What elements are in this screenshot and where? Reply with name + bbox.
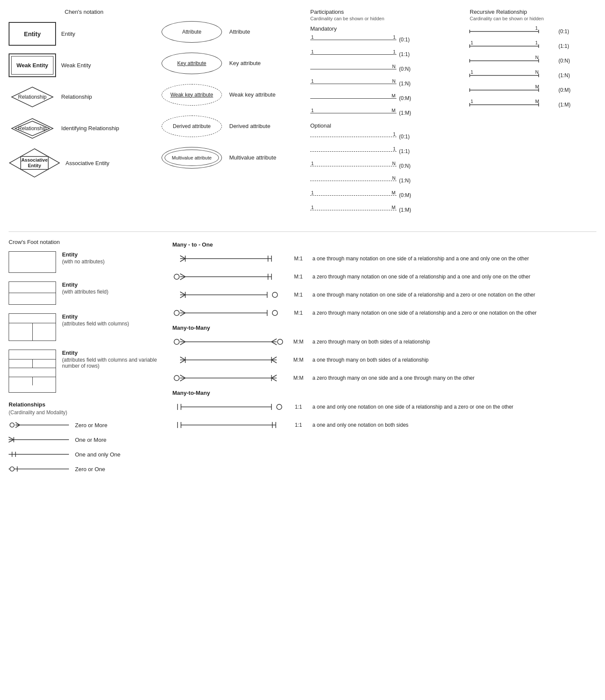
identifying-desc: Identifying Relationship	[61, 125, 119, 131]
opt-left-5: 1	[311, 205, 314, 210]
cf-entity-row-2: Entity (attributes field with columns)	[9, 313, 164, 341]
opt-dashed-3	[310, 181, 396, 181]
opt-right-3: N	[392, 175, 396, 181]
rel-one-only-line	[9, 449, 69, 459]
mand-row-0: 1 1 (0:1)	[310, 34, 465, 46]
svg-point-107	[277, 404, 282, 409]
cf-m1-line-0	[172, 252, 284, 265]
opt-right-0: 1	[393, 131, 396, 137]
rec-line-0: 1	[470, 25, 556, 38]
assoc-entity-svg: Associative Entity	[9, 148, 60, 178]
cf-cell-2-0	[9, 323, 33, 332]
svg-text:M: M	[535, 84, 539, 89]
cf-entity-sublabel-3: (attributes field with columns and varia…	[62, 357, 164, 369]
entity-shape: Entity	[9, 22, 56, 46]
rec-svg-3: 1 N	[470, 69, 556, 81]
opt-notation-0: (0:1)	[399, 134, 418, 140]
svg-point-57	[174, 274, 179, 279]
key-attribute-desc: Key attribute	[229, 60, 261, 66]
opt-notation-1: (1:1)	[399, 148, 418, 154]
cf-entity-sublabel-2: (attributes field with columns)	[62, 321, 129, 327]
derived-label: Derived attribute	[173, 123, 211, 129]
svg-line-97	[180, 375, 185, 378]
svg-text:N: N	[535, 55, 539, 60]
cf-m1-line-3	[172, 306, 284, 319]
double-diamond-shape: Relationship	[9, 116, 56, 140]
cf-mm-svg-1	[172, 353, 284, 366]
cf-entity-col-header-2	[9, 314, 56, 323]
opt-line-1: 1	[310, 145, 396, 157]
svg-point-47	[10, 467, 14, 471]
opt-dashed-5	[310, 210, 396, 210]
cf-m1-label-3: M:1	[289, 310, 308, 316]
mand-notation-5: (1:M)	[399, 110, 418, 116]
cf-entity-simple-shape	[9, 251, 56, 273]
weak-entity-shape: Weak Entity	[9, 53, 56, 77]
rec-row-5: 1 M (1:M)	[470, 99, 595, 111]
rel-one-more-svg	[9, 434, 69, 445]
rel-one-more-line	[9, 434, 69, 445]
assoc-entity-desc: Associative Entity	[65, 160, 109, 166]
opt-notation-5: (1:M)	[399, 207, 418, 213]
opt-line-4: 1 M	[310, 189, 396, 201]
diamond-inner: Relationship	[11, 86, 54, 108]
cf-entity-sublabel-0: (with no attributes)	[62, 259, 105, 265]
cf-m1-svg-3	[172, 306, 284, 319]
svg-line-52	[180, 259, 185, 262]
cf-entity-var-colrow-3b	[9, 377, 56, 385]
svg-line-37	[16, 425, 20, 428]
cf-mm-line-2	[172, 372, 284, 384]
attr-row-2: Weak key attribute Weak key attribute	[159, 83, 306, 106]
svg-line-79	[180, 339, 185, 342]
svg-point-68	[272, 292, 278, 297]
svg-line-101	[271, 375, 277, 378]
many-to-one-title: Many - to - One	[172, 241, 596, 248]
diamond-shape: Relationship	[9, 85, 56, 109]
cf-var-cell-3b-0	[9, 377, 33, 385]
rec-line-4: M	[470, 84, 556, 96]
mand-right-1: 1	[393, 49, 396, 54]
mand-right-2: N	[392, 64, 396, 69]
svg-point-75	[272, 310, 278, 316]
mand-notation-0: (0:1)	[399, 37, 418, 43]
cf-11-desc-1: a one and only one notation on both side…	[312, 422, 596, 428]
assoc-entity-shape: Associative Entity	[9, 148, 60, 178]
cf-11-desc-0: a one and only one notation on one side …	[312, 404, 596, 410]
cf-mm-line-1	[172, 353, 284, 366]
opt-right-2: N	[392, 161, 396, 166]
mand-right-0: 1	[393, 34, 396, 40]
svg-line-59	[180, 277, 185, 280]
multivalue-desc: Multivalue attribute	[229, 154, 276, 161]
cf-var-cell-3b-1	[33, 377, 56, 385]
double-diamond-inner: Relationship	[11, 118, 54, 139]
rec-svg-0: 1	[470, 25, 556, 38]
cf-entity-col-row-2	[9, 323, 56, 332]
recursive-subtitle: Cardinality can be shown or hidden	[470, 16, 595, 21]
cf-cell-2-1	[33, 323, 56, 332]
multivalue-ellipse: Multivalue attribute	[159, 146, 224, 169]
mand-line-4: M	[310, 92, 396, 104]
rel-zero-more-line	[9, 420, 69, 430]
derived-desc: Derived attribute	[229, 123, 270, 129]
mand-right-4: M	[392, 93, 396, 98]
opt-line-2: 1 N	[310, 160, 396, 172]
attribute-desc: Attribute	[229, 28, 250, 35]
rel-zero-one-line	[9, 464, 69, 474]
crows-title: Crow's Foot notation	[9, 239, 164, 245]
svg-text:1: 1	[535, 25, 538, 31]
mand-right-5: M	[392, 108, 396, 113]
opt-notation-2: (0:N)	[399, 163, 418, 169]
svg-text:1: 1	[471, 69, 473, 75]
svg-line-98	[180, 378, 185, 381]
mand-notation-2: (0:N)	[399, 66, 418, 72]
attr-row-4: Multivalue attribute Multivalue attribut…	[159, 146, 306, 169]
relationship-desc: Relationship	[61, 94, 92, 100]
cf-m1-desc-1: a zero through many notation on one side…	[312, 274, 596, 280]
cf-m1-desc-3: a zero through many notation on one side…	[312, 310, 596, 316]
mand-solid-2	[310, 69, 396, 69]
cf-entity-label-0: Entity (with no attributes)	[62, 251, 105, 265]
crows-section: Crow's Foot notation Entity (with no att…	[9, 231, 596, 478]
chens-identifying-row: Relationship Identifying Relationship	[9, 116, 159, 140]
recursive-rows: 1 (0:1) 1 1 (1:1)	[470, 25, 595, 111]
cf-cell-2b-0	[9, 332, 33, 341]
